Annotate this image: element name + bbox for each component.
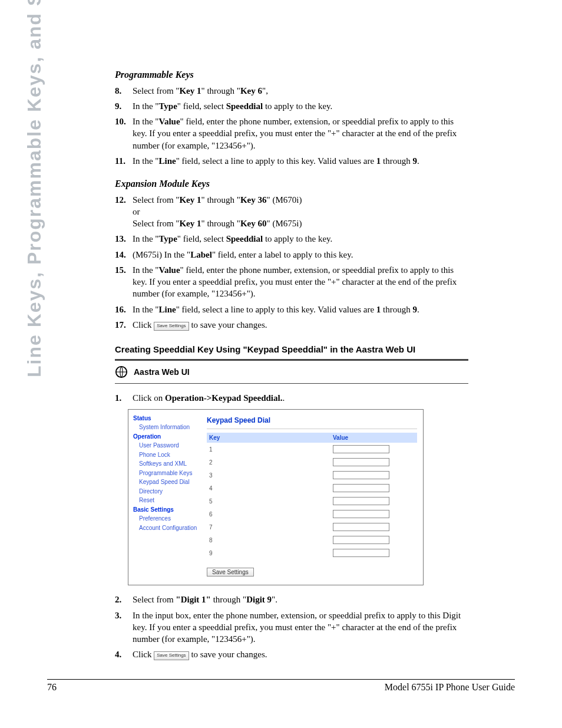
- step-number: 11.: [115, 155, 125, 167]
- step-text: (M675i) In the "Label" field, enter a la…: [133, 250, 353, 259]
- page-content: Programmable Keys 8. Select from "Key 1"…: [115, 65, 468, 664]
- step-text: Click Save Settings to save your changes…: [133, 320, 267, 330]
- value-input[interactable]: [333, 471, 389, 479]
- step-number: 1.: [115, 392, 121, 404]
- table-row: 5: [207, 495, 417, 508]
- step-number: 4.: [115, 648, 121, 660]
- key-cell: 7: [209, 523, 333, 532]
- step-number: 2.: [115, 594, 121, 605]
- nav-system-information[interactable]: System Information: [133, 423, 201, 431]
- steps-keypad-cont: 2. Select from "Digit 1" through "Digit …: [115, 594, 468, 660]
- table-row: 3: [207, 469, 417, 482]
- table-row: 6: [207, 508, 417, 521]
- footer-title: Model 6755i IP Phone User Guide: [385, 682, 515, 693]
- step-number: 9.: [115, 100, 121, 112]
- step-text: Select from "Key 1" through "Key 6",: [133, 86, 268, 95]
- table-row: 9: [207, 546, 417, 559]
- step-text: Select from "Key 1" through "Key 36" (M6…: [133, 195, 302, 229]
- step-number: 10.: [115, 116, 126, 127]
- nav-basic-settings[interactable]: Basic Settings: [133, 506, 201, 514]
- table-row: 2: [207, 456, 417, 469]
- nav-directory[interactable]: Directory: [133, 487, 201, 496]
- heading-programmable-keys: Programmable Keys: [115, 68, 468, 81]
- key-cell: 3: [209, 472, 333, 480]
- step-text: In the "Value" field, enter the phone nu…: [133, 117, 457, 150]
- key-cell: 4: [209, 485, 333, 493]
- step-number: 14.: [115, 249, 126, 261]
- save-settings-inline-button: Save Settings: [154, 322, 189, 331]
- nav-reset[interactable]: Reset: [133, 496, 201, 505]
- step-text: In the input box, enter the phone number…: [133, 611, 461, 644]
- nav-phone-lock[interactable]: Phone Lock: [133, 451, 201, 459]
- value-input[interactable]: [333, 549, 389, 557]
- step-text: In the "Type" field, select Speeddial to…: [133, 234, 332, 243]
- table-row: 1: [207, 443, 417, 456]
- web-ui-label: Aastra Web UI: [134, 367, 190, 378]
- step-text: In the "Value" field, enter the phone nu…: [133, 265, 457, 299]
- step-number: 3.: [115, 610, 121, 621]
- step-text: In the "Line" field, select a line to ap…: [133, 305, 419, 314]
- nav-user-password[interactable]: User Password: [133, 442, 201, 450]
- nav-keypad-speed-dial[interactable]: Keypad Speed Dial: [133, 478, 201, 486]
- table-header: Key Value: [207, 433, 417, 443]
- steps-expansion: 12. Select from "Key 1" through "Key 36"…: [115, 194, 468, 331]
- value-input[interactable]: [333, 536, 389, 544]
- table-row: 7: [207, 521, 417, 533]
- save-settings-inline-button: Save Settings: [154, 651, 189, 660]
- panel-title: Keypad Speed Dial: [207, 416, 417, 429]
- nav-sidebar: Status System Information Operation User…: [128, 410, 203, 585]
- step-text: Click on Operation->Keypad Speeddial..: [133, 393, 285, 403]
- key-cell: 5: [209, 498, 333, 506]
- side-chapter-title: Line Keys, Programmable Keys, and Softke…: [24, 0, 45, 377]
- value-input[interactable]: [333, 497, 389, 505]
- step-text: Click Save Settings to save your changes…: [133, 650, 267, 659]
- nav-account-configuration[interactable]: Account Configuration: [133, 524, 201, 532]
- web-ui-screenshot: Status System Information Operation User…: [128, 409, 424, 586]
- nav-preferences[interactable]: Preferences: [133, 515, 201, 523]
- ui-main-panel: Keypad Speed Dial Key Value 123456789 Sa…: [203, 410, 423, 585]
- col-header-value: Value: [333, 434, 348, 442]
- steps-keypad: 1. Click on Operation->Keypad Speeddial.…: [115, 392, 468, 404]
- value-input[interactable]: [333, 510, 389, 518]
- key-cell: 9: [209, 549, 333, 558]
- step-number: 8.: [115, 85, 121, 97]
- key-cell: 8: [209, 536, 333, 545]
- step-text: In the "Type" field, select Speeddial to…: [133, 101, 332, 111]
- steps-programmable: 8. Select from "Key 1" through "Key 6", …: [115, 85, 468, 167]
- value-input[interactable]: [333, 458, 389, 466]
- step-number: 16.: [115, 304, 126, 315]
- table-row: 8: [207, 533, 417, 546]
- nav-status[interactable]: Status: [133, 414, 201, 423]
- step-text: In the "Line" field, select a line to ap…: [133, 156, 419, 166]
- table-row: 4: [207, 482, 417, 495]
- key-cell: 2: [209, 459, 333, 467]
- nav-softkeys-xml[interactable]: Softkeys and XML: [133, 460, 201, 468]
- globe-icon: [115, 365, 128, 378]
- value-input[interactable]: [333, 484, 389, 492]
- value-input[interactable]: [333, 445, 389, 453]
- step-text: Select from "Digit 1" through "Digit 9".: [133, 595, 277, 604]
- save-settings-button[interactable]: Save Settings: [207, 568, 254, 577]
- nav-programmable-keys[interactable]: Programmable Keys: [133, 469, 201, 477]
- web-ui-banner: Aastra Web UI: [115, 359, 468, 384]
- page-footer: 76 Model 6755i IP Phone User Guide: [47, 679, 515, 693]
- page-number: 76: [47, 682, 57, 693]
- step-number: 13.: [115, 233, 126, 245]
- key-cell: 6: [209, 510, 333, 519]
- key-cell: 1: [209, 446, 333, 454]
- step-number: 15.: [115, 264, 126, 276]
- nav-operation[interactable]: Operation: [133, 433, 201, 441]
- step-number: 12.: [115, 194, 126, 206]
- step-number: 17.: [115, 319, 126, 331]
- value-input[interactable]: [333, 523, 389, 531]
- col-header-key: Key: [209, 434, 333, 442]
- heading-expansion-module-keys: Expansion Module Keys: [115, 177, 468, 190]
- heading-creating-speeddial-keypad: Creating Speeddial Key Using "Keypad Spe…: [115, 344, 468, 355]
